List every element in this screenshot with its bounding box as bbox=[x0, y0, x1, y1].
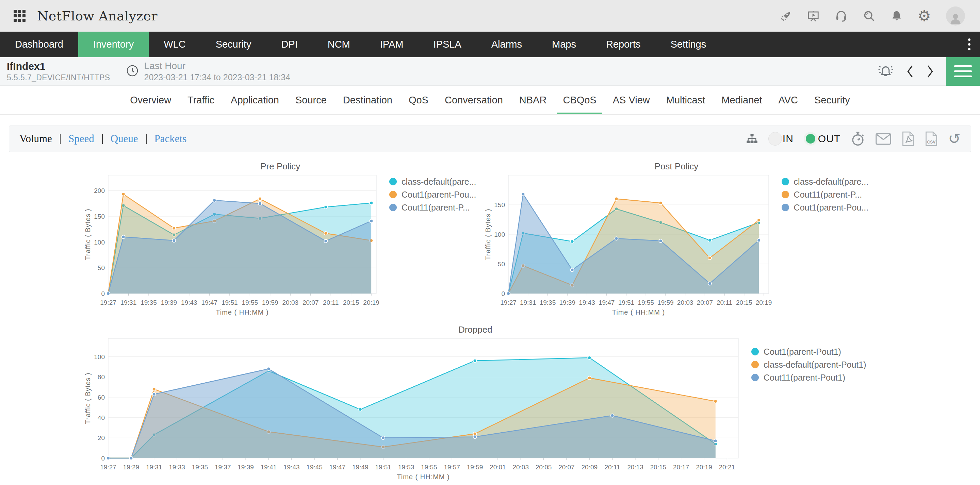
tab-overview[interactable]: Overview bbox=[124, 86, 177, 114]
presentation-play-icon[interactable] bbox=[807, 10, 820, 22]
legend-item[interactable]: Cout1(parent-Pout1) bbox=[751, 345, 866, 358]
tab-avc[interactable]: AVC bbox=[773, 86, 804, 114]
nav-item-ipam[interactable]: IPAM bbox=[365, 32, 418, 57]
tab-source[interactable]: Source bbox=[290, 86, 332, 114]
interface-menu-button[interactable] bbox=[946, 57, 980, 86]
svg-text:20:19: 20:19 bbox=[696, 464, 712, 471]
next-interface-chevron-icon[interactable] bbox=[926, 64, 934, 79]
alert-bell-icon[interactable] bbox=[877, 64, 894, 79]
nav-item-ncm[interactable]: NCM bbox=[313, 32, 365, 57]
headset-support-icon[interactable] bbox=[835, 10, 848, 22]
nav-item-security[interactable]: Security bbox=[201, 32, 266, 57]
metric-link-speed[interactable]: Speed bbox=[68, 133, 94, 145]
svg-text:19:43: 19:43 bbox=[181, 299, 197, 306]
post-policy-plot: 05010015019:2719:3119:3519:3919:4319:471… bbox=[485, 172, 773, 319]
svg-text:20:21: 20:21 bbox=[719, 464, 735, 471]
tab-cbqos[interactable]: CBQoS bbox=[557, 86, 602, 114]
rocket-icon[interactable] bbox=[780, 10, 792, 22]
svg-text:19:33: 19:33 bbox=[169, 464, 185, 471]
metric-toolbar: Volume Speed Queue Packets IN OUT CSV bbox=[9, 126, 971, 152]
series-color-dot bbox=[751, 361, 759, 368]
legend-item[interactable]: Cout1(parent-Pou... bbox=[389, 188, 476, 201]
prev-interface-chevron-icon[interactable] bbox=[906, 64, 914, 79]
direction-out-option[interactable]: OUT bbox=[804, 132, 840, 146]
chart-title: Post Policy bbox=[485, 160, 869, 172]
nav-item-wlc[interactable]: WLC bbox=[149, 32, 200, 57]
tab-conversation[interactable]: Conversation bbox=[439, 86, 509, 114]
tab-multicast[interactable]: Multicast bbox=[660, 86, 711, 114]
tab-application[interactable]: Application bbox=[225, 86, 285, 114]
tab-traffic[interactable]: Traffic bbox=[182, 86, 220, 114]
tab-qos[interactable]: QoS bbox=[403, 86, 434, 114]
user-avatar[interactable] bbox=[946, 6, 965, 25]
svg-text:0: 0 bbox=[101, 290, 105, 297]
legend-item[interactable]: class-default(pare... bbox=[782, 175, 869, 188]
notifications-bell-icon[interactable] bbox=[891, 10, 903, 22]
svg-text:Time ( HH:MM ): Time ( HH:MM ) bbox=[216, 308, 269, 316]
legend-item[interactable]: class-default(pare... bbox=[389, 175, 476, 188]
legend-item[interactable]: Cout11(parent-Pout1) bbox=[751, 371, 866, 384]
dropped-chart: Dropped 02040608010019:2719:2919:3119:33… bbox=[84, 323, 866, 483]
nav-item-dashboard[interactable]: Dashboard bbox=[0, 32, 78, 57]
period-label: Last Hour bbox=[144, 60, 291, 72]
svg-text:0: 0 bbox=[501, 290, 505, 297]
apps-grid-icon[interactable] bbox=[14, 10, 25, 22]
metric-link-queue[interactable]: Queue bbox=[111, 133, 138, 145]
refresh-icon[interactable]: ↺ bbox=[948, 131, 961, 146]
series-label: class-default(parent-Pout1) bbox=[764, 360, 866, 370]
svg-text:200: 200 bbox=[94, 187, 105, 194]
nav-item-settings[interactable]: Settings bbox=[655, 32, 721, 57]
svg-text:19:51: 19:51 bbox=[221, 299, 238, 306]
nav-item-ipsla[interactable]: IPSLA bbox=[418, 32, 476, 57]
nav-item-dpi[interactable]: DPI bbox=[266, 32, 312, 57]
nav-item-maps[interactable]: Maps bbox=[537, 32, 591, 57]
tab-nbar[interactable]: NBAR bbox=[514, 86, 553, 114]
pdf-export-icon[interactable] bbox=[902, 131, 915, 146]
out-radio[interactable] bbox=[804, 132, 817, 146]
settings-gear-icon[interactable]: ⚙ bbox=[918, 8, 931, 24]
tab-as-view[interactable]: AS View bbox=[607, 86, 656, 114]
svg-text:19:31: 19:31 bbox=[121, 299, 137, 306]
tab-medianet[interactable]: Medianet bbox=[716, 86, 768, 114]
dropped-plot: 02040608010019:2719:2919:3119:3319:3519:… bbox=[84, 336, 743, 483]
in-radio[interactable] bbox=[768, 132, 782, 146]
search-icon[interactable] bbox=[862, 10, 875, 22]
separator bbox=[60, 134, 60, 144]
topology-icon[interactable] bbox=[746, 133, 758, 145]
nav-item-reports[interactable]: Reports bbox=[591, 32, 656, 57]
svg-text:20:11: 20:11 bbox=[605, 464, 620, 471]
separator bbox=[146, 134, 147, 144]
legend-item[interactable]: Cout11(parent-P... bbox=[782, 188, 869, 201]
email-icon[interactable] bbox=[875, 133, 891, 145]
svg-text:19:57: 19:57 bbox=[444, 464, 460, 471]
interface-device-path: 5.5.5.7_DEVICE/INT/HTTPS bbox=[7, 73, 110, 82]
legend-item[interactable]: Cout11(parent-P... bbox=[389, 201, 476, 214]
svg-text:19:55: 19:55 bbox=[421, 464, 437, 471]
svg-text:20:19: 20:19 bbox=[756, 299, 772, 306]
nav-more-kebab-icon[interactable] bbox=[958, 32, 980, 57]
direction-in-option[interactable]: IN bbox=[768, 132, 794, 146]
svg-text:100: 100 bbox=[94, 353, 105, 361]
timer-icon[interactable] bbox=[851, 131, 865, 146]
metric-link-volume[interactable]: Volume bbox=[19, 133, 52, 145]
svg-text:0: 0 bbox=[101, 455, 105, 462]
tab-destination[interactable]: Destination bbox=[337, 86, 398, 114]
time-period[interactable]: Last Hour 2023-03-21 17:34 to 2023-03-21… bbox=[126, 60, 291, 82]
nav-item-inventory[interactable]: Inventory bbox=[78, 32, 149, 57]
svg-text:19:31: 19:31 bbox=[520, 299, 536, 306]
post-policy-legend: class-default(pare... Cout11(parent-P...… bbox=[782, 175, 869, 214]
legend-item[interactable]: Cout1(parent-Pou... bbox=[782, 201, 869, 214]
chart-title: Pre Policy bbox=[84, 160, 476, 172]
series-color-dot bbox=[782, 178, 789, 185]
legend-item[interactable]: class-default(parent-Pout1) bbox=[751, 358, 866, 371]
svg-text:19:37: 19:37 bbox=[215, 464, 231, 471]
series-color-dot bbox=[389, 191, 397, 198]
metric-link-packets[interactable]: Packets bbox=[154, 133, 187, 145]
nav-item-alarms[interactable]: Alarms bbox=[476, 32, 537, 57]
svg-text:19:43: 19:43 bbox=[283, 464, 300, 471]
csv-export-icon[interactable]: CSV bbox=[925, 131, 938, 146]
svg-text:19:39: 19:39 bbox=[237, 464, 254, 471]
dropped-legend: Cout1(parent-Pout1) class-default(parent… bbox=[751, 345, 866, 384]
tab-security-report[interactable]: Security bbox=[808, 86, 856, 114]
svg-text:19:27: 19:27 bbox=[100, 299, 116, 306]
